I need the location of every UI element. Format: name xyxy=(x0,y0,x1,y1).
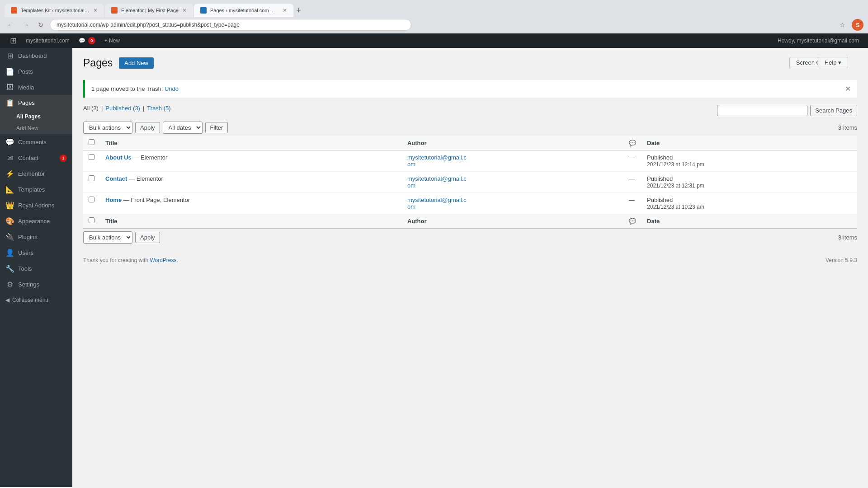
help-button[interactable]: Help ▾ xyxy=(818,57,848,68)
filter-trash[interactable]: Trash (5) xyxy=(147,105,170,116)
admin-bar-comments[interactable]: 💬 0 xyxy=(74,33,100,48)
contact-link[interactable]: Contact xyxy=(105,175,127,182)
admin-bar-logo[interactable]: ⊞ xyxy=(5,33,21,48)
filter-published[interactable]: Published (3) xyxy=(105,105,140,116)
filter-button[interactable]: Filter xyxy=(205,122,228,133)
table-head: Title Author 💬 Date xyxy=(83,136,857,150)
notice-dismiss-button[interactable]: ✕ xyxy=(845,84,851,93)
collapse-menu[interactable]: ◀ Collapse menu xyxy=(0,292,72,308)
sidebar-item-plugins[interactable]: 🔌 Plugins xyxy=(0,229,72,245)
sidebar-item-comments[interactable]: 💬 Comments xyxy=(0,134,72,150)
footer-title[interactable]: Title xyxy=(100,214,402,229)
tab-close-1[interactable]: ✕ xyxy=(93,7,98,14)
tab-close-3[interactable]: ✕ xyxy=(283,7,287,14)
sidebar-item-templates[interactable]: 📐 Templates xyxy=(0,182,72,197)
row3-author-link[interactable]: mysitetutorial@gmail.com xyxy=(407,197,467,210)
bulk-actions-select-top[interactable]: Bulk actions xyxy=(83,122,132,134)
row1-select[interactable] xyxy=(89,154,94,160)
sidebar-item-settings[interactable]: ⚙ Settings xyxy=(0,277,72,292)
table-row: About Us — Elementor mysitetutorial@gmai… xyxy=(83,150,857,172)
sidebar-sub-all-pages[interactable]: All Pages xyxy=(0,111,72,122)
sidebar-menu: ⊞ Dashboard 📄 Posts 🖼 Media 📋 Pages All … xyxy=(0,48,72,292)
filter-all[interactable]: All (3) xyxy=(83,105,99,116)
footer-left: Thank you for creating with WordPress. xyxy=(83,257,178,263)
reload-button[interactable]: ↻ xyxy=(35,20,46,29)
footer-checkbox-col xyxy=(83,214,100,229)
sidebar-item-appearance[interactable]: 🎨 Appearance xyxy=(0,213,72,229)
row2-comments-val: — xyxy=(629,175,635,182)
forward-button[interactable]: → xyxy=(20,20,32,29)
row2-author-link[interactable]: mysitetutorial@gmail.com xyxy=(407,175,467,189)
header-title[interactable]: Title xyxy=(100,136,402,150)
search-pages-input[interactable] xyxy=(717,105,807,116)
header-checkbox-col xyxy=(83,136,100,150)
row3-datetime: 2021/12/23 at 10:23 am xyxy=(647,204,704,210)
admin-bar-site[interactable]: mysitetutorial.com xyxy=(21,33,74,48)
footer-right: Version 5.9.3 xyxy=(826,257,857,263)
sidebar-item-elementor[interactable]: ⚡ Elementor xyxy=(0,166,72,182)
sidebar: ⊞ Dashboard 📄 Posts 🖼 Media 📋 Pages All … xyxy=(0,48,72,487)
header-date[interactable]: Date xyxy=(642,136,857,150)
main-content: Pages Add New Screen Options ▾ Help ▾ 1 … xyxy=(72,48,868,487)
apply-button-top[interactable]: Apply xyxy=(135,122,160,133)
row2-checkbox xyxy=(83,172,100,193)
comment-badge: 0 xyxy=(88,37,95,44)
profile-avatar[interactable]: S xyxy=(852,19,863,31)
browser-tab-3[interactable]: Pages ‹ mysitetutorial.com — W... ✕ xyxy=(194,4,293,17)
header-area: Pages Add New Screen Options ▾ Help ▾ xyxy=(83,57,857,75)
row3-comments: — xyxy=(623,193,642,214)
sidebar-item-users[interactable]: 👤 Users xyxy=(0,245,72,261)
footer-date[interactable]: Date xyxy=(642,214,857,229)
row3-title: Home — Front Page, Elementor xyxy=(100,193,402,214)
wordpress-link[interactable]: WordPress xyxy=(150,257,176,263)
address-bar-row: ← → ↻ mysitetutorial.com/wp-admin/edit.p… xyxy=(0,17,868,33)
sidebar-item-royal-addons[interactable]: 👑 Royal Addons xyxy=(0,197,72,213)
browser-tab-1[interactable]: Templates Kit ‹ mysitetutorial.c... ✕ xyxy=(5,4,104,17)
subsubsub: All (3) | Published (3) | Trash (5) Sear… xyxy=(83,105,857,116)
back-button[interactable]: ← xyxy=(5,20,16,29)
table-footer-row: Title Author 💬 Date xyxy=(83,214,857,229)
tab-title-1: Templates Kit ‹ mysitetutorial.c... xyxy=(21,8,90,13)
sidebar-label-plugins: Plugins xyxy=(18,234,38,240)
home-link[interactable]: Home xyxy=(105,197,122,203)
bulk-actions-select-bottom[interactable]: Bulk actions xyxy=(83,231,132,244)
select-all-footer-checkbox[interactable] xyxy=(89,217,94,223)
comments-footer-icon: 💬 xyxy=(629,218,636,225)
row1-author-link[interactable]: mysitetutorial@gmail.com xyxy=(407,154,467,168)
footer-comments[interactable]: 💬 xyxy=(623,214,642,229)
sidebar-item-media[interactable]: 🖼 Media xyxy=(0,80,72,95)
sidebar-item-pages[interactable]: 📋 Pages xyxy=(0,95,72,111)
row2-select[interactable] xyxy=(89,175,94,181)
about-us-link[interactable]: About Us xyxy=(105,154,132,161)
templates-icon: 📐 xyxy=(5,185,14,194)
sidebar-label-dashboard: Dashboard xyxy=(18,52,47,59)
select-all-checkbox[interactable] xyxy=(89,139,94,145)
address-bar[interactable]: mysitetutorial.com/wp-admin/edit.php?pos… xyxy=(50,19,411,31)
header-comments[interactable]: 💬 xyxy=(623,136,642,150)
admin-bar-new[interactable]: + New xyxy=(100,33,124,48)
wp-footer: Thank you for creating with WordPress. V… xyxy=(83,257,857,272)
url-text: mysitetutorial.com/wp-admin/edit.php?pos… xyxy=(57,22,405,28)
dates-select[interactable]: All dates xyxy=(163,122,203,134)
new-tab-button[interactable]: + xyxy=(294,4,303,17)
apply-button-bottom[interactable]: Apply xyxy=(135,232,160,243)
bookmark-button[interactable]: ☆ xyxy=(837,20,848,29)
row3-select[interactable] xyxy=(89,197,94,202)
sidebar-item-contact[interactable]: ✉ Contact 1 xyxy=(0,150,72,166)
tab-favicon-1 xyxy=(11,7,17,14)
footer-author[interactable]: Author xyxy=(402,214,623,229)
pages-icon: 📋 xyxy=(5,99,14,107)
sidebar-item-posts[interactable]: 📄 Posts xyxy=(0,64,72,80)
sidebar-sub-add-new[interactable]: Add New xyxy=(0,122,72,134)
header-author[interactable]: Author xyxy=(402,136,623,150)
add-new-button[interactable]: Add New xyxy=(119,57,154,69)
collapse-label: Collapse menu xyxy=(12,297,48,303)
tab-close-2[interactable]: ✕ xyxy=(182,7,187,14)
sidebar-item-dashboard[interactable]: ⊞ Dashboard xyxy=(0,48,72,64)
search-pages-button[interactable]: Search Pages xyxy=(810,105,857,116)
undo-link[interactable]: Undo xyxy=(165,85,179,92)
browser-tab-2[interactable]: Elementor | My First Page ✕ xyxy=(105,4,193,17)
sidebar-item-tools[interactable]: 🔧 Tools xyxy=(0,261,72,277)
comments-icon: 💬 xyxy=(5,138,14,146)
search-area: Search Pages xyxy=(717,105,857,116)
